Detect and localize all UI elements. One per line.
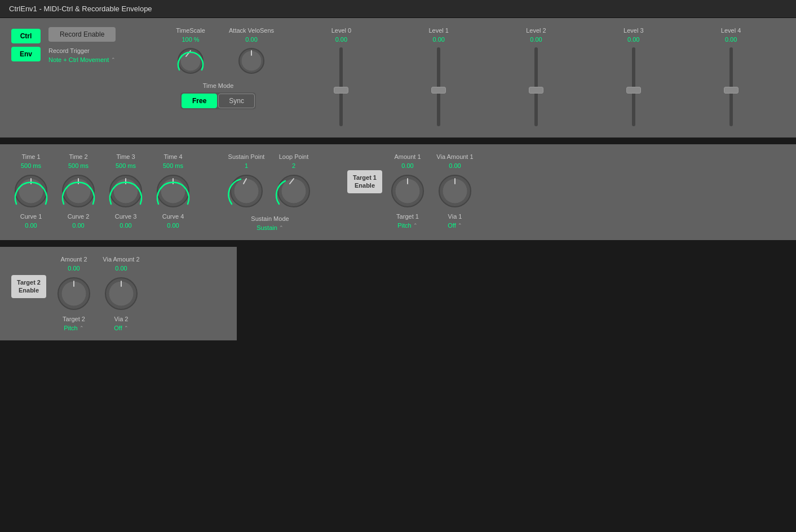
target1-enable-button[interactable]: Target 1 Enable xyxy=(347,170,382,193)
title-bar: CtrlEnv1 - MIDI-Ctrl & Recordable Envelo… xyxy=(0,0,796,18)
fader-track-0[interactable] xyxy=(339,47,343,126)
sustain-mode-label: Sustain Mode xyxy=(251,215,289,222)
fader-thumb-3[interactable] xyxy=(626,87,641,94)
fader-value-1: 0.00 xyxy=(432,36,444,43)
time-mode-section: Time Mode Free Sync xyxy=(175,82,256,109)
panel-2: Time 1 500 ms Curve 1 0.00 Time 2 500 ms xyxy=(0,144,796,243)
fader-value-4: 0.00 xyxy=(725,36,737,43)
fader-thumb-1[interactable] xyxy=(431,87,446,94)
timescale-label: TimeScale xyxy=(176,27,205,34)
curve4-label: Curve 4 xyxy=(162,213,184,220)
record-enable-button[interactable]: Record Enable xyxy=(48,27,116,42)
fader-value-0: 0.00 xyxy=(335,36,347,43)
via1-dropdown[interactable]: Off ⌃ xyxy=(448,222,462,229)
curve3-value: 0.00 xyxy=(120,222,131,229)
fader-track-4[interactable] xyxy=(729,47,733,126)
target2-dropdown[interactable]: Pitch ⌃ xyxy=(64,325,83,331)
fader-label-1: Level 1 xyxy=(428,27,448,34)
via-amount2-knob[interactable] xyxy=(101,274,141,313)
time3-value: 500 ms xyxy=(116,162,136,169)
sustain-point-value: 1 xyxy=(245,162,248,169)
via2-dropdown[interactable]: Off ⌃ xyxy=(114,325,128,331)
via-amount1-knob-group: Via Amount 1 0.00 Via 1 Off ⌃ xyxy=(435,153,475,229)
via-amount1-knob[interactable] xyxy=(435,171,475,211)
sustain-mode-dropdown[interactable]: Sustain ⌃ xyxy=(257,224,284,231)
svg-point-19 xyxy=(234,179,259,203)
fader-track-3[interactable] xyxy=(632,47,635,126)
timescale-knob-group: TimeScale 100 % xyxy=(175,27,206,77)
curve2-value: 0.00 xyxy=(72,222,84,229)
time3-group: Time 3 500 ms Curve 3 0.00 xyxy=(106,153,145,229)
attack-knob-group: Attack VeloSens 0.00 xyxy=(229,27,274,77)
record-section: Record Enable Record Trigger Note + Ctrl… xyxy=(48,27,116,63)
fader-track-2[interactable] xyxy=(534,47,538,126)
curve1-label: Curve 1 xyxy=(20,213,42,220)
target1-enable-section: Target 1 Enable xyxy=(347,153,382,193)
time4-group: Time 4 500 ms Curve 4 0.00 xyxy=(153,153,193,229)
attack-knob[interactable] xyxy=(236,45,267,77)
attack-value: 0.00 xyxy=(245,36,257,43)
via-amount2-label: Via Amount 2 xyxy=(103,256,139,263)
record-trigger-label: Record Trigger xyxy=(48,47,116,54)
via1-chevron-icon: ⌃ xyxy=(458,223,462,228)
amount1-label: Amount 1 xyxy=(394,153,421,160)
sync-button[interactable]: Sync xyxy=(218,94,255,108)
via-amount2-value: 0.00 xyxy=(115,265,127,272)
amount1-value: 0.00 xyxy=(401,162,413,169)
loop-point-knob[interactable] xyxy=(274,171,313,211)
fader-value-3: 0.00 xyxy=(627,36,639,43)
fader-label-2: Level 2 xyxy=(526,27,546,34)
timescale-knob[interactable] xyxy=(175,45,206,77)
sustain-mode-group: Sustain Mode Sustain ⌃ xyxy=(227,215,313,231)
sustain-point-knob[interactable] xyxy=(227,171,266,211)
amount2-value: 0.00 xyxy=(68,265,79,272)
amount2-knob[interactable] xyxy=(54,274,94,313)
amount1-knob[interactable] xyxy=(388,171,427,211)
time4-knob[interactable] xyxy=(153,171,193,211)
time3-label: Time 3 xyxy=(116,153,135,160)
target2-label: Target 2 xyxy=(63,316,85,322)
fader-thumb-0[interactable] xyxy=(334,87,348,94)
time4-label: Time 4 xyxy=(163,153,182,160)
via2-label: Via 2 xyxy=(114,316,129,322)
free-button[interactable]: Free xyxy=(182,94,217,108)
panel-3-row: Target 2 Enable Amount 2 0.00 Target 2 P… xyxy=(0,247,796,340)
target1-dropdown[interactable]: Pitch ⌃ xyxy=(397,222,417,229)
env-button[interactable]: Env xyxy=(11,47,41,61)
target1-label: Target 1 xyxy=(396,213,419,220)
time1-knob[interactable] xyxy=(11,171,51,211)
via1-label: Via 1 xyxy=(448,213,462,220)
loop-point-group: Loop Point 2 xyxy=(274,153,313,211)
sustain-loop-group: Sustain Point 1 Loop Point 2 xyxy=(227,153,313,231)
fader-track-1[interactable] xyxy=(437,47,440,126)
curve3-label: Curve 3 xyxy=(115,213,137,220)
fader-level-3: Level 3 0.00 xyxy=(623,27,643,128)
amount2-label: Amount 2 xyxy=(60,256,87,263)
time1-group: Time 1 500 ms Curve 1 0.00 xyxy=(11,153,51,229)
ctrl-button[interactable]: Ctrl xyxy=(11,29,41,43)
time2-knob[interactable] xyxy=(59,171,98,211)
time1-value: 500 ms xyxy=(21,162,41,169)
panel-3: Target 2 Enable Amount 2 0.00 Target 2 P… xyxy=(0,247,237,340)
amount2-knob-group: Amount 2 0.00 Target 2 Pitch ⌃ xyxy=(54,256,94,331)
sustain-point-group: Sustain Point 1 xyxy=(227,153,266,211)
panel-1: Ctrl Env Record Enable Record Trigger No… xyxy=(0,18,796,141)
curve2-label: Curve 2 xyxy=(68,213,90,220)
loop-point-value: 2 xyxy=(292,162,295,169)
fader-level-4: Level 4 0.00 xyxy=(721,27,741,128)
time3-knob[interactable] xyxy=(106,171,145,211)
time-mode-buttons: Free Sync xyxy=(180,92,256,109)
fader-thumb-2[interactable] xyxy=(529,87,543,94)
record-trigger-value[interactable]: Note + Ctrl Movement ⌃ xyxy=(48,56,116,63)
sustain-mode-chevron-icon: ⌃ xyxy=(279,225,284,230)
time-curve-group: Time 1 500 ms Curve 1 0.00 Time 2 500 ms xyxy=(11,153,193,229)
svg-point-22 xyxy=(281,179,306,203)
empty-space xyxy=(237,247,796,340)
sustain-point-label: Sustain Point xyxy=(228,153,265,160)
faders-group: Level 0 0.00 Level 1 0.00 Level 2 0.00 xyxy=(288,27,785,128)
fader-value-2: 0.00 xyxy=(530,36,542,43)
loop-point-label: Loop Point xyxy=(279,153,309,160)
target2-enable-button[interactable]: Target 2 Enable xyxy=(11,275,46,298)
fader-label-3: Level 3 xyxy=(623,27,643,34)
fader-thumb-4[interactable] xyxy=(724,87,738,94)
